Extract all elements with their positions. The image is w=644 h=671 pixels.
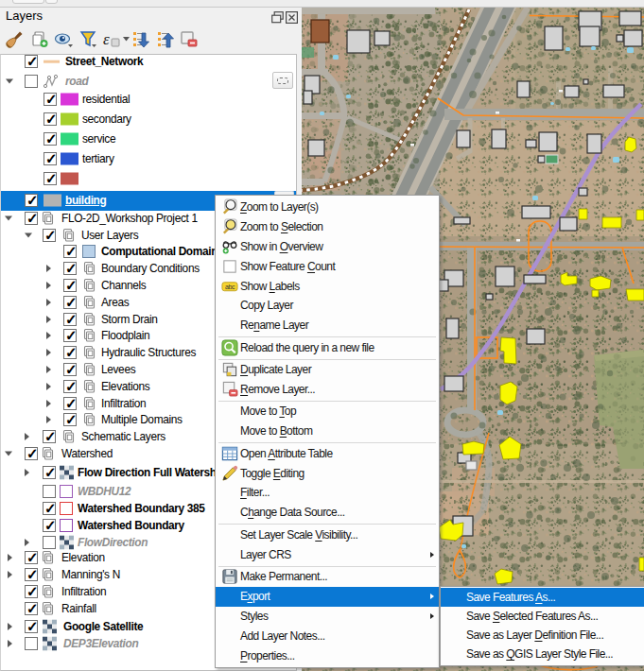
svg-text:abc: abc — [225, 283, 235, 290]
svg-text:ε: ε — [103, 30, 110, 48]
